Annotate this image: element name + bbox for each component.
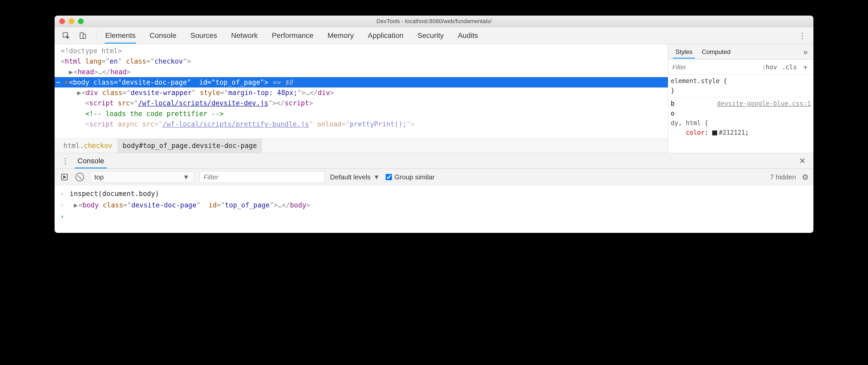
dom-wrapper[interactable]: ▶<div class="devsite-wrapper" style="mar… xyxy=(61,88,668,98)
console-output-line[interactable]: ‹ ▶<body class="devsite-doc-page" id="to… xyxy=(59,199,809,211)
console-prompt-caret-icon: › xyxy=(59,211,65,222)
color-swatch-icon[interactable] xyxy=(712,130,717,135)
tab-sources[interactable]: Sources xyxy=(190,28,218,43)
svg-rect-2 xyxy=(83,34,86,38)
drawer-tab-console[interactable]: Console xyxy=(73,154,109,168)
elements-panel: <!doctype html> <html lang="en" class="c… xyxy=(55,44,813,153)
console-prompt[interactable]: › xyxy=(59,211,809,222)
toolbar-divider xyxy=(97,30,97,41)
styles-new-rule-icon[interactable]: ＋ xyxy=(802,62,809,72)
console-drawer-header: ⋮ Console ✕ xyxy=(55,153,813,169)
console-context-select[interactable]: top▼ xyxy=(90,171,194,183)
tab-audits[interactable]: Audits xyxy=(457,28,478,43)
styles-filter-input[interactable] xyxy=(672,64,757,71)
styles-cls-toggle[interactable]: .cls xyxy=(782,64,797,71)
tab-elements[interactable]: Elements xyxy=(105,28,136,43)
dom-head[interactable]: ▶<head>…</head> xyxy=(61,67,668,77)
styles-rules[interactable]: element.style { } bdevsite-google-blue.c… xyxy=(668,75,813,153)
console-group-similar-checkbox[interactable]: Group similar xyxy=(386,173,435,181)
window-title: DevTools - localhost:8080/web/fundamenta… xyxy=(55,18,813,25)
dom-tree[interactable]: <!doctype html> <html lang="en" class="c… xyxy=(55,44,668,153)
drawer-close-icon[interactable]: ✕ xyxy=(795,156,810,165)
dom-script1[interactable]: <script src="/wf-local/scripts/devsite-d… xyxy=(61,98,668,108)
tab-console[interactable]: Console xyxy=(149,28,177,43)
console-clear-icon[interactable] xyxy=(75,173,84,181)
crumb-body[interactable]: body#top_of_page.devsite-doc-page xyxy=(118,138,262,153)
styles-tabs: Styles Computed » xyxy=(668,44,813,60)
styles-hov-toggle[interactable]: :hov xyxy=(762,64,777,71)
dom-body-selected[interactable]: ⋯ ▼<body class="devsite-doc-page" id="to… xyxy=(55,77,668,88)
tab-memory[interactable]: Memory xyxy=(327,28,354,43)
drawer-menu-kebab-icon[interactable]: ⋮ xyxy=(58,156,73,165)
devtools-window: DevTools - localhost:8080/web/fundamenta… xyxy=(55,15,813,233)
tab-security[interactable]: Security xyxy=(417,28,444,43)
dom-comment[interactable]: <!-- loads the code prettifier --> xyxy=(61,108,668,119)
titlebar: DevTools - localhost:8080/web/fundamenta… xyxy=(55,15,813,27)
console-body[interactable]: › inspect(document.body) ‹ ▶<body class=… xyxy=(55,185,813,233)
console-execute-icon[interactable] xyxy=(59,172,70,182)
styles-more-tabs-icon[interactable]: » xyxy=(800,47,811,56)
breadcrumb: html.checkov body#top_of_page.devsite-do… xyxy=(55,138,668,153)
tab-application[interactable]: Application xyxy=(367,28,404,43)
console-levels-select[interactable]: Default levels ▼ xyxy=(330,173,380,181)
console-output-caret-icon: ‹ xyxy=(59,199,65,211)
styles-toolbar: :hov .cls ＋ xyxy=(668,60,813,75)
tab-performance[interactable]: Performance xyxy=(271,28,314,43)
device-toolbar-icon[interactable] xyxy=(78,30,88,41)
main-tabs-row: Elements Console Sources Network Perform… xyxy=(55,27,813,44)
main-tabs: Elements Console Sources Network Perform… xyxy=(99,28,478,43)
inspect-element-icon[interactable] xyxy=(61,30,71,41)
dom-html-open[interactable]: <html lang="en" class="checkov"> xyxy=(61,56,668,66)
stylesheet-link[interactable]: devsite-google-blue.css:1 xyxy=(717,99,811,108)
main-menu-kebab-icon[interactable]: ⋮ xyxy=(791,31,813,40)
console-settings-icon[interactable]: ⚙ xyxy=(802,173,809,182)
styles-tab-computed[interactable]: Computed xyxy=(697,45,735,59)
crumb-html[interactable]: html.checkov xyxy=(58,138,118,153)
styles-tab-styles[interactable]: Styles xyxy=(671,45,697,59)
console-toolbar: top▼ Default levels ▼ Group similar 7 hi… xyxy=(55,169,813,185)
console-hidden-count[interactable]: 7 hidden xyxy=(770,173,796,181)
tab-network[interactable]: Network xyxy=(230,28,258,43)
dom-script2[interactable]: <script async src="/wf-local/scripts/pre… xyxy=(61,119,668,129)
console-input-caret-icon: › xyxy=(59,188,65,199)
dom-doctype[interactable]: <!doctype html> xyxy=(61,46,668,56)
console-input-line[interactable]: › inspect(document.body) xyxy=(59,188,809,199)
console-filter-input[interactable] xyxy=(199,171,324,183)
styles-sidebar: Styles Computed » :hov .cls ＋ element.st… xyxy=(668,44,813,153)
